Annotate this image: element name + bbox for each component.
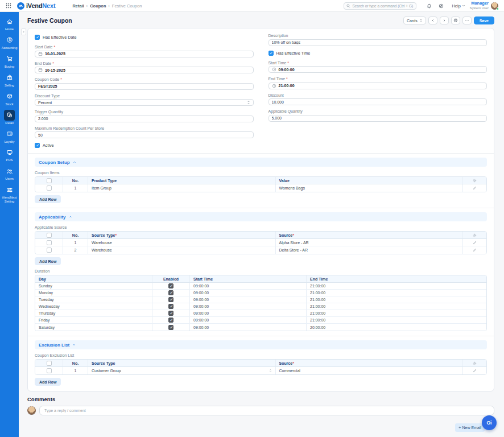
discount-type-select[interactable]: Percent xyxy=(35,99,254,106)
duration-row-wednesday[interactable]: Wednesday 09:00:00 21:00:00 xyxy=(35,303,486,310)
discount-input[interactable] xyxy=(268,98,488,105)
users-icon xyxy=(6,168,13,175)
enabled-checkbox[interactable] xyxy=(168,283,173,288)
coupon-item-row[interactable]: 1 Item Group Womens Bags xyxy=(35,184,486,192)
grid-settings-gear-icon[interactable] xyxy=(462,177,486,184)
breadcrumb-retail[interactable]: Retail xyxy=(72,3,84,9)
row-edit-pencil-icon[interactable] xyxy=(462,246,486,254)
start-date-input[interactable]: 10-01-2025 xyxy=(35,51,254,57)
more-menu-button[interactable] xyxy=(462,17,472,24)
enabled-checkbox[interactable] xyxy=(168,290,173,295)
add-row-button-applicable-source[interactable]: Add Row xyxy=(35,257,61,265)
row-checkbox[interactable] xyxy=(47,368,52,373)
print-button[interactable] xyxy=(451,17,460,24)
sidebar-item-pos[interactable]: POS xyxy=(0,147,19,162)
duration-row-thursday[interactable]: Thursday 09:00:00 21:00:00 xyxy=(35,310,486,317)
notifications-bell-icon[interactable] xyxy=(427,3,432,9)
comment-input[interactable] xyxy=(39,406,494,415)
enabled-checkbox[interactable] xyxy=(168,325,173,330)
sidebar-item-ivendnext-setting[interactable]: iVendNext Setting xyxy=(0,184,19,203)
applicable-source-row[interactable]: 2 Warehouse Delta Store - AR xyxy=(35,246,486,254)
section-coupon-setup-header[interactable]: Coupon Setup xyxy=(35,158,487,167)
explore-icon[interactable] xyxy=(439,3,444,9)
save-button[interactable]: Save xyxy=(474,17,494,24)
breadcrumb: Retail › Coupon › Festive Coupon xyxy=(72,3,142,9)
loyalty-card-icon xyxy=(6,130,13,137)
user-menu[interactable]: Manager System User xyxy=(470,1,498,10)
calendar-icon xyxy=(38,68,43,72)
duration-row-friday[interactable]: Friday 09:00:00 21:00:00 xyxy=(35,317,486,324)
duration-row-monday[interactable]: Monday 09:00:00 21:00:00 xyxy=(35,290,486,296)
printer-icon xyxy=(453,18,458,23)
grid-header-row: No. Product Type Value xyxy=(35,177,486,184)
ellipsis-icon xyxy=(465,18,469,23)
cards-view-button[interactable]: Cards xyxy=(403,17,426,24)
enabled-checkbox[interactable] xyxy=(168,297,173,302)
prev-record-button[interactable] xyxy=(428,17,437,24)
row-edit-pencil-icon[interactable] xyxy=(462,367,486,374)
end-time-label: End Time xyxy=(268,77,488,81)
enabled-checkbox[interactable] xyxy=(168,311,173,316)
section-divider xyxy=(28,153,494,154)
sidebar-item-home[interactable]: Home xyxy=(0,16,19,31)
form-left-column: Has Effective Date Start Date 10-01-2025… xyxy=(35,33,254,149)
duration-row-sunday[interactable]: Sunday 09:00:00 21:00:00 xyxy=(35,283,486,290)
sidebar-item-accounting[interactable]: $ Accounting xyxy=(0,35,19,50)
section-applicability-header[interactable]: Applicability xyxy=(35,212,487,221)
add-row-button-coupon-items[interactable]: Add Row xyxy=(35,195,61,203)
help-menu[interactable]: Help xyxy=(452,3,465,9)
enabled-checkbox[interactable] xyxy=(168,304,173,309)
end-time-input[interactable]: 21:00:00 xyxy=(268,83,488,89)
sidebar-toggle-handle[interactable] xyxy=(21,28,26,35)
select-all-checkbox[interactable] xyxy=(47,361,52,366)
exclusion-row[interactable]: 1 Customer Group Commercial xyxy=(35,367,486,374)
exclusion-source-type-select[interactable]: Customer Group xyxy=(88,367,275,374)
sidebar-item-stock[interactable]: Stock xyxy=(0,91,19,106)
apps-grid-icon[interactable] xyxy=(6,3,11,9)
trigger-quantity-input[interactable] xyxy=(35,116,254,122)
end-date-input[interactable]: 10-15-2025 xyxy=(35,67,254,73)
description-input[interactable] xyxy=(268,39,488,46)
row-checkbox[interactable] xyxy=(47,248,52,253)
grid-settings-gear-icon[interactable] xyxy=(462,232,486,238)
new-email-button[interactable]: New Email xyxy=(455,423,485,432)
enabled-checkbox[interactable] xyxy=(168,318,173,323)
has-effective-date-checkbox[interactable] xyxy=(35,35,40,40)
section-divider xyxy=(28,208,494,208)
row-edit-pencil-icon[interactable] xyxy=(462,239,486,246)
exclusion-grid: No. Source Type Source 1 Customer Group xyxy=(35,359,487,375)
coupon-code-input[interactable]: FEST2025 xyxy=(35,83,254,90)
chevron-left-icon xyxy=(431,19,435,22)
row-edit-pencil-icon[interactable] xyxy=(462,184,486,192)
global-search[interactable] xyxy=(344,2,416,10)
applicable-source-row[interactable]: 1 Warehouse Alpha Store - AR xyxy=(35,239,486,246)
max-redemption-label: Maximum Redemption Count Per Store xyxy=(35,126,254,130)
chevron-right-icon xyxy=(443,19,446,22)
select-all-checkbox[interactable] xyxy=(47,233,52,238)
sidebar-item-retail[interactable]: Retail xyxy=(0,110,19,125)
sidebar-item-loyalty[interactable]: Loyalty xyxy=(0,129,19,143)
brand-logo[interactable]: iVendNext xyxy=(17,2,55,10)
sidebar-item-users[interactable]: Users xyxy=(0,166,19,180)
select-all-checkbox[interactable] xyxy=(47,178,52,183)
sidebar-item-buying[interactable]: Buying xyxy=(0,53,19,68)
has-effective-time-checkbox[interactable] xyxy=(268,51,274,56)
breadcrumb-coupon[interactable]: Coupon xyxy=(90,3,106,9)
next-record-button[interactable] xyxy=(440,17,449,24)
add-row-button-exclusion[interactable]: Add Row xyxy=(35,378,61,386)
duration-row-tuesday[interactable]: Tuesday 09:00:00 21:00:00 xyxy=(35,296,486,303)
grid-settings-gear-icon[interactable] xyxy=(462,360,486,366)
duration-row-saturday[interactable]: Saturday 09:00:00 20:00:00 xyxy=(35,324,486,331)
section-exclusion-list-header[interactable]: Exclusion List xyxy=(35,340,487,349)
calendar-icon xyxy=(38,52,43,56)
applicable-quantity-input[interactable] xyxy=(268,115,488,122)
sidebar-item-selling[interactable]: Selling xyxy=(0,72,19,87)
chat-assistant-fab[interactable]: Oi xyxy=(482,415,497,430)
active-checkbox[interactable] xyxy=(35,143,40,148)
start-time-input[interactable]: 09:00:00 xyxy=(268,66,488,73)
search-input[interactable] xyxy=(352,4,414,8)
row-checkbox[interactable] xyxy=(47,185,52,191)
max-redemption-input[interactable] xyxy=(35,131,254,138)
updown-icon xyxy=(419,19,423,23)
row-checkbox[interactable] xyxy=(47,240,52,245)
